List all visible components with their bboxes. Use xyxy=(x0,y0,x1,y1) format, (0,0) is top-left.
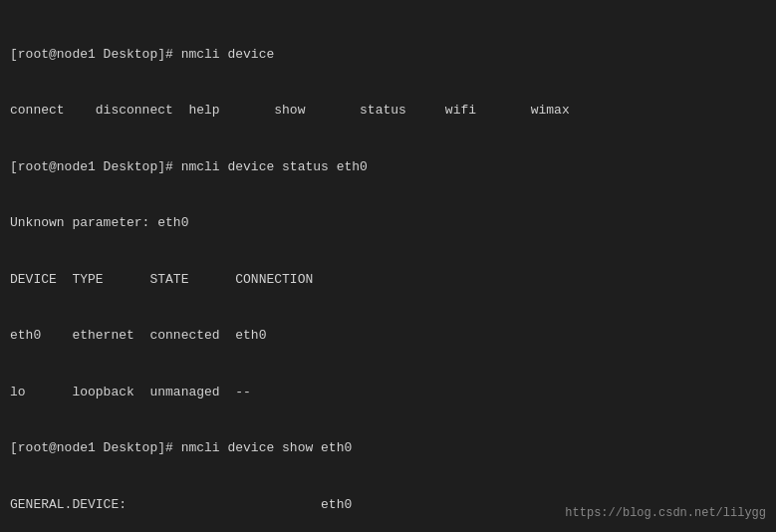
line-5: DEVICE TYPE STATE CONNECTION xyxy=(10,271,766,290)
line-6: eth0 ethernet connected eth0 xyxy=(10,327,766,346)
line-3: [root@node1 Desktop]# nmcli device statu… xyxy=(10,158,766,177)
terminal-output: [root@node1 Desktop]# nmcli device conne… xyxy=(10,8,766,524)
line-1: [root@node1 Desktop]# nmcli device xyxy=(10,46,766,65)
line-4: Unknown parameter: eth0 xyxy=(10,214,766,233)
line-8: [root@node1 Desktop]# nmcli device show … xyxy=(10,439,766,458)
line-7: lo loopback unmanaged -- xyxy=(10,384,766,402)
line-2: connect disconnect help show status wifi… xyxy=(10,102,766,121)
watermark: https://blog.csdn.net/lilygg xyxy=(565,505,766,522)
